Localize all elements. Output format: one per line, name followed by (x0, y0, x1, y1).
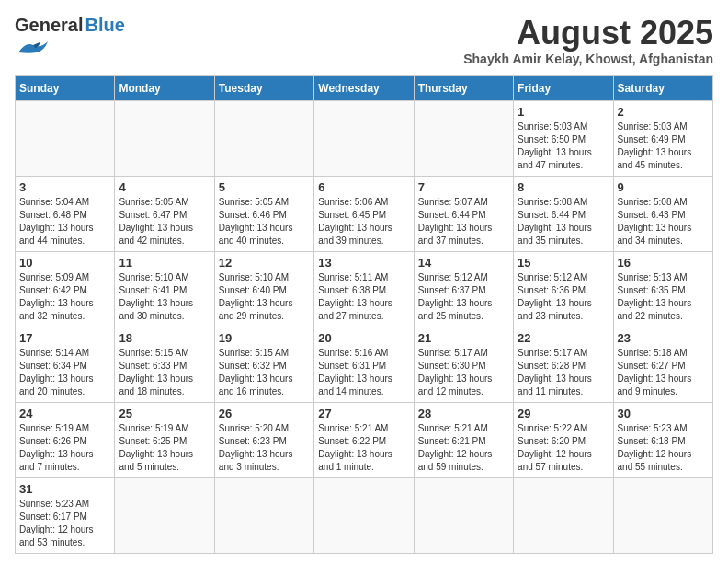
week-row-3: 17Sunrise: 5:14 AM Sunset: 6:34 PM Dayli… (16, 327, 713, 402)
day-cell: 25Sunrise: 5:19 AM Sunset: 6:25 PM Dayli… (115, 402, 214, 477)
calendar-body: 1Sunrise: 5:03 AM Sunset: 6:50 PM Daylig… (16, 100, 713, 553)
day-cell: 30Sunrise: 5:23 AM Sunset: 6:18 PM Dayli… (613, 402, 712, 477)
day-number: 7 (418, 180, 509, 194)
week-row-1: 3Sunrise: 5:04 AM Sunset: 6:48 PM Daylig… (16, 176, 713, 251)
day-info: Sunrise: 5:08 AM Sunset: 6:44 PM Dayligh… (518, 196, 609, 247)
day-number: 6 (318, 180, 409, 194)
header-cell-saturday: Saturday (613, 75, 712, 100)
day-number: 2 (618, 105, 709, 119)
day-cell: 1Sunrise: 5:03 AM Sunset: 6:50 PM Daylig… (514, 100, 613, 176)
day-number: 31 (19, 482, 110, 496)
day-number: 5 (219, 180, 310, 194)
header-cell-wednesday: Wednesday (314, 75, 414, 100)
day-cell (115, 100, 214, 176)
day-cell: 8Sunrise: 5:08 AM Sunset: 6:44 PM Daylig… (514, 176, 613, 251)
week-row-0: 1Sunrise: 5:03 AM Sunset: 6:50 PM Daylig… (16, 100, 713, 176)
calendar-title: August 2025 (463, 15, 713, 52)
day-cell: 21Sunrise: 5:17 AM Sunset: 6:30 PM Dayli… (414, 327, 513, 402)
day-cell (214, 100, 313, 176)
day-cell: 5Sunrise: 5:05 AM Sunset: 6:46 PM Daylig… (214, 176, 313, 251)
day-info: Sunrise: 5:03 AM Sunset: 6:50 PM Dayligh… (518, 121, 609, 172)
day-number: 29 (518, 407, 609, 420)
day-cell: 7Sunrise: 5:07 AM Sunset: 6:44 PM Daylig… (414, 176, 513, 251)
day-cell (115, 477, 214, 553)
day-cell: 26Sunrise: 5:20 AM Sunset: 6:23 PM Dayli… (214, 402, 313, 477)
day-number: 23 (618, 331, 709, 345)
calendar-header: SundayMondayTuesdayWednesdayThursdayFrid… (16, 75, 713, 100)
day-info: Sunrise: 5:06 AM Sunset: 6:45 PM Dayligh… (318, 196, 409, 247)
day-number: 11 (119, 256, 210, 270)
day-number: 9 (618, 180, 709, 194)
day-cell: 12Sunrise: 5:10 AM Sunset: 6:40 PM Dayli… (214, 251, 313, 327)
header-cell-sunday: Sunday (16, 75, 115, 100)
day-number: 17 (19, 331, 110, 345)
day-number: 24 (19, 407, 110, 420)
day-info: Sunrise: 5:10 AM Sunset: 6:41 PM Dayligh… (119, 271, 210, 323)
day-number: 20 (318, 331, 409, 345)
day-number: 18 (119, 331, 210, 345)
header-cell-monday: Monday (115, 75, 214, 100)
header-row: SundayMondayTuesdayWednesdayThursdayFrid… (16, 75, 713, 100)
day-number: 26 (219, 407, 310, 420)
day-cell: 19Sunrise: 5:15 AM Sunset: 6:32 PM Dayli… (214, 327, 313, 402)
day-info: Sunrise: 5:15 AM Sunset: 6:32 PM Dayligh… (219, 347, 310, 398)
day-info: Sunrise: 5:17 AM Sunset: 6:28 PM Dayligh… (518, 347, 609, 398)
day-cell: 23Sunrise: 5:18 AM Sunset: 6:27 PM Dayli… (613, 327, 712, 402)
logo-bird-icon (15, 36, 51, 62)
day-cell: 31Sunrise: 5:23 AM Sunset: 6:17 PM Dayli… (16, 477, 115, 553)
header-cell-thursday: Thursday (414, 75, 513, 100)
day-number: 3 (19, 180, 110, 194)
day-number: 28 (418, 407, 509, 420)
day-cell (613, 477, 712, 553)
page-header: General Blue August 2025 Shaykh Amir Kel… (15, 15, 713, 66)
day-number: 21 (418, 331, 509, 345)
day-number: 25 (119, 407, 210, 420)
day-info: Sunrise: 5:14 AM Sunset: 6:34 PM Dayligh… (19, 347, 110, 398)
title-area: August 2025 Shaykh Amir Kelay, Khowst, A… (463, 15, 713, 66)
day-info: Sunrise: 5:16 AM Sunset: 6:31 PM Dayligh… (318, 347, 409, 398)
day-number: 10 (19, 256, 110, 270)
day-cell: 14Sunrise: 5:12 AM Sunset: 6:37 PM Dayli… (414, 251, 513, 327)
day-info: Sunrise: 5:19 AM Sunset: 6:26 PM Dayligh… (19, 422, 110, 474)
day-info: Sunrise: 5:11 AM Sunset: 6:38 PM Dayligh… (318, 271, 409, 323)
day-number: 22 (518, 331, 609, 345)
day-number: 13 (318, 256, 409, 270)
day-number: 30 (618, 407, 709, 420)
calendar-table: SundayMondayTuesdayWednesdayThursdayFrid… (15, 75, 713, 554)
day-cell: 2Sunrise: 5:03 AM Sunset: 6:49 PM Daylig… (613, 100, 712, 176)
week-row-5: 31Sunrise: 5:23 AM Sunset: 6:17 PM Dayli… (16, 477, 713, 553)
header-cell-friday: Friday (514, 75, 613, 100)
day-info: Sunrise: 5:17 AM Sunset: 6:30 PM Dayligh… (418, 347, 509, 398)
day-info: Sunrise: 5:08 AM Sunset: 6:43 PM Dayligh… (618, 196, 709, 247)
day-cell: 11Sunrise: 5:10 AM Sunset: 6:41 PM Dayli… (115, 251, 214, 327)
day-info: Sunrise: 5:13 AM Sunset: 6:35 PM Dayligh… (618, 271, 709, 323)
day-cell: 13Sunrise: 5:11 AM Sunset: 6:38 PM Dayli… (314, 251, 414, 327)
day-number: 8 (518, 180, 609, 194)
logo: General Blue (15, 15, 125, 62)
day-info: Sunrise: 5:12 AM Sunset: 6:37 PM Dayligh… (418, 271, 509, 323)
day-cell (414, 100, 513, 176)
day-info: Sunrise: 5:09 AM Sunset: 6:42 PM Dayligh… (19, 271, 110, 323)
day-cell: 6Sunrise: 5:06 AM Sunset: 6:45 PM Daylig… (314, 176, 414, 251)
day-info: Sunrise: 5:23 AM Sunset: 6:17 PM Dayligh… (19, 498, 110, 549)
logo-text-general: General (15, 15, 83, 36)
calendar-subtitle: Shaykh Amir Kelay, Khowst, Afghanistan (463, 52, 713, 66)
week-row-2: 10Sunrise: 5:09 AM Sunset: 6:42 PM Dayli… (16, 251, 713, 327)
day-info: Sunrise: 5:18 AM Sunset: 6:27 PM Dayligh… (618, 347, 709, 398)
day-cell: 27Sunrise: 5:21 AM Sunset: 6:22 PM Dayli… (314, 402, 414, 477)
day-cell: 3Sunrise: 5:04 AM Sunset: 6:48 PM Daylig… (16, 176, 115, 251)
day-info: Sunrise: 5:12 AM Sunset: 6:36 PM Dayligh… (518, 271, 609, 323)
logo-text-blue: Blue (85, 15, 124, 36)
day-cell: 29Sunrise: 5:22 AM Sunset: 6:20 PM Dayli… (514, 402, 613, 477)
day-number: 12 (219, 256, 310, 270)
day-cell: 16Sunrise: 5:13 AM Sunset: 6:35 PM Dayli… (613, 251, 712, 327)
day-number: 19 (219, 331, 310, 345)
day-cell: 15Sunrise: 5:12 AM Sunset: 6:36 PM Dayli… (514, 251, 613, 327)
day-number: 27 (318, 407, 409, 420)
day-cell (414, 477, 513, 553)
day-number: 15 (518, 256, 609, 270)
day-number: 16 (618, 256, 709, 270)
header-cell-tuesday: Tuesday (214, 75, 313, 100)
day-info: Sunrise: 5:07 AM Sunset: 6:44 PM Dayligh… (418, 196, 509, 247)
day-info: Sunrise: 5:10 AM Sunset: 6:40 PM Dayligh… (219, 271, 310, 323)
